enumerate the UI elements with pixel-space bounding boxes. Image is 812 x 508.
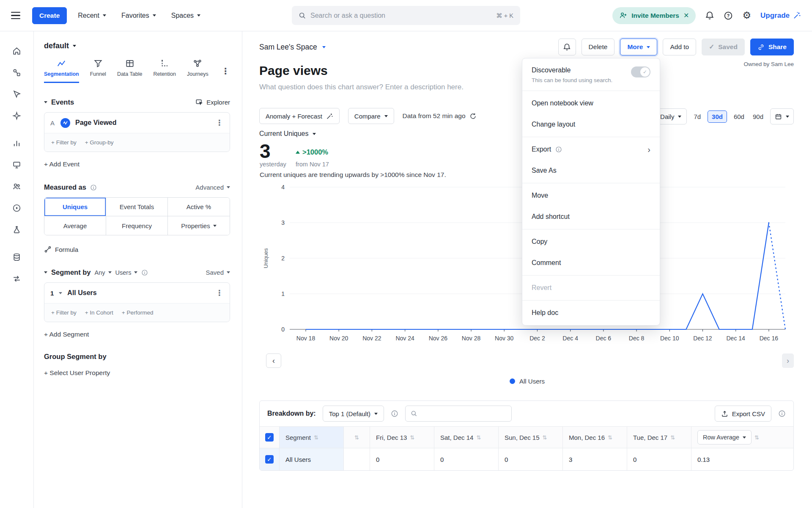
sort-icon[interactable]: ⇅ [543,434,547,441]
tab-retention[interactable]: Retention [153,59,176,83]
integrations-icon[interactable] [9,271,25,286]
segment-name[interactable]: All Users [67,289,96,297]
explorer-button[interactable]: Explorer [195,99,230,106]
menu-save-as[interactable]: Save As [522,160,660,181]
dashboards-monitor-icon[interactable] [9,157,25,172]
measure-event-totals[interactable]: Event Totals [106,198,168,216]
experiments-flask-icon[interactable] [9,222,25,237]
share-button[interactable]: Share [750,39,794,55]
subscribe-bell-button[interactable] [558,39,576,55]
chart-legend[interactable]: All Users [242,378,812,385]
menu-icon[interactable] [11,12,20,19]
anomaly-forecast-button[interactable]: Anomaly + Forecast [259,108,340,124]
sort-icon[interactable]: ⇅ [476,434,481,441]
chart-description-placeholder[interactable]: What question does this chart answer? En… [259,83,464,91]
add-to-button[interactable]: Add to [663,39,696,55]
add-segment-button[interactable]: + Add Segment [44,331,230,338]
upgrade-button[interactable]: Upgrade [760,11,801,20]
column-dec13[interactable]: Fri, Dec 13⇅ [370,427,434,448]
menu-copy[interactable]: Copy [522,231,660,252]
collapse-chevron-icon[interactable] [44,271,47,273]
select-user-property-button[interactable]: + Select User Property [44,369,230,377]
more-button[interactable]: More [620,39,657,55]
advanced-dropdown[interactable]: Advanced [195,184,230,191]
sort-icon[interactable]: ⇅ [410,434,414,441]
metric-series-dropdown[interactable]: Current Uniques [259,130,316,138]
column-dec17[interactable]: Tue, Dec 17⇅ [627,427,691,448]
tab-segmentation[interactable]: Segmentation [44,59,79,83]
compare-dropdown[interactable]: Compare [348,108,394,124]
menu-export[interactable]: Export › [522,139,660,160]
range-60d[interactable]: 60d [732,110,746,123]
segment-users-dropdown[interactable]: Users [115,269,138,276]
chart-prev-button[interactable]: ‹ [266,353,281,368]
help-icon[interactable]: ? [724,11,733,20]
measure-frequency[interactable]: Frequency [106,216,168,235]
segment-any-dropdown[interactable]: Any [95,269,112,276]
data-database-icon[interactable] [9,249,25,265]
tab-data-table[interactable]: Data Table [117,59,143,83]
measure-properties[interactable]: Properties [168,216,230,235]
calendar-dropdown[interactable] [770,108,794,124]
breakdown-search-input[interactable] [421,410,506,417]
sort-icon[interactable]: ⇅ [670,434,675,441]
menu-open-notebook-view[interactable]: Open notebook view [522,93,660,114]
session-replay-icon[interactable] [9,200,25,215]
menu-change-layout[interactable]: Change layout [522,114,660,135]
space-selector[interactable]: Sam Lee's Space [259,43,326,52]
menu-add-shortcut[interactable]: Add shortcut [522,206,660,227]
sort-icon[interactable]: ⇅ [314,434,318,441]
global-search[interactable]: ⌘ + K [292,6,520,25]
nav-spaces[interactable]: Spaces [171,12,200,19]
chevron-down-icon[interactable] [59,292,62,294]
cell-segment[interactable]: All Users [279,448,343,470]
segment-kebab-icon[interactable]: ⋮ [216,288,224,298]
breakdown-search[interactable] [405,406,512,422]
column-dec14[interactable]: Sat, Dec 14⇅ [434,427,498,448]
info-icon[interactable] [778,410,786,417]
column-dec15[interactable]: Sun, Dec 15⇅ [498,427,562,448]
users-icon[interactable] [9,179,25,194]
add-event-button[interactable]: + Add Event [44,160,230,168]
select-all-checkbox[interactable]: ✓ [265,433,274,442]
event-name[interactable]: Page Viewed [75,119,117,127]
notifications-bell-icon[interactable] [705,11,714,20]
row-average-dropdown[interactable]: Row Average [697,430,752,444]
column-segment[interactable]: Segment⇅ [279,427,343,448]
discoverable-toggle[interactable]: ✓ [631,66,650,77]
sort-icon[interactable]: ⇅ [754,434,759,441]
measure-uniques[interactable]: Uniques [44,198,106,216]
measure-average[interactable]: Average [44,216,106,235]
info-icon[interactable] [141,269,148,276]
event-kebab-icon[interactable]: ⋮ [216,118,224,127]
tabs-overflow-kebab[interactable]: ⋮ [221,66,230,83]
delete-button[interactable]: Delete [582,39,615,55]
event-filter-by[interactable]: + Filter by [51,139,77,146]
settings-gear-icon[interactable]: ⚙ [742,11,751,20]
invite-members-button[interactable]: Invite Members ✕ [612,7,696,24]
segment-filter-by[interactable]: + Filter by [51,309,77,316]
segment-in-cohort[interactable]: + In Cohort [85,309,113,316]
range-30d[interactable]: 30d [708,110,727,123]
info-icon[interactable] [90,184,97,191]
collapse-chevron-icon[interactable] [44,101,47,103]
tab-journeys[interactable]: Journeys [187,59,208,83]
close-icon[interactable]: ✕ [683,11,689,19]
nav-recent[interactable]: Recent [78,12,106,19]
event-group-by[interactable]: + Group-by [85,139,114,146]
refresh-icon[interactable] [469,113,477,120]
menu-comment[interactable]: Comment [522,252,660,273]
ai-sparkle-icon[interactable] [9,108,25,123]
segment-number[interactable]: 1 [50,290,54,297]
formula-button[interactable]: Formula [44,246,230,253]
create-button[interactable]: Create [32,7,67,24]
page-title[interactable]: Page views [259,64,328,78]
info-icon[interactable] [391,410,398,417]
range-90d[interactable]: 90d [751,110,765,123]
menu-help-doc[interactable]: Help doc [522,302,660,323]
sort-icon[interactable]: ⇅ [354,434,359,441]
range-7d[interactable]: 7d [692,110,702,123]
chart-next-button[interactable]: › [782,353,794,368]
menu-move[interactable]: Move [522,185,660,206]
objects-icon[interactable] [9,65,25,80]
